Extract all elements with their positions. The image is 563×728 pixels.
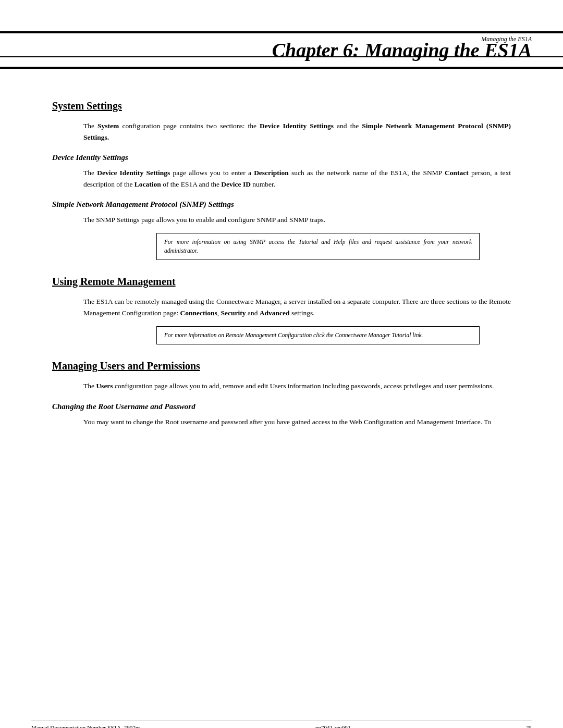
snmp-body: The SNMP Settings page allows you to ena…: [52, 214, 511, 226]
remote-management-body: The ES1A can be remotely managed using t…: [52, 296, 511, 318]
subsection-snmp-settings: Simple Network Management Protocol (SNMP…: [52, 200, 511, 260]
subsection-device-identity: Device Identity Settings The Device Iden…: [52, 153, 511, 190]
running-title: Managing the ES1A: [481, 35, 532, 43]
subsection-heading-snmp: Simple Network Management Protocol (SNMP…: [52, 200, 511, 209]
section-heading-users-permissions: Managing Users and Permissions: [52, 360, 511, 372]
section-system-settings: System Settings The System configuration…: [52, 100, 511, 260]
section-users-permissions: Managing Users and Permissions The Users…: [52, 360, 511, 427]
subsection-root-username: Changing the Root Username and Password …: [52, 402, 511, 428]
footer: Manual Documentation Number ES1A -2907m …: [31, 721, 532, 728]
snmp-note-box: For more information on using SNMP acces…: [156, 233, 480, 261]
page: Managing the ES1A Chapter 6: Managing th…: [0, 31, 563, 728]
section-heading-system-settings: System Settings: [52, 100, 511, 112]
footer-left: Manual Documentation Number ES1A -2907m: [31, 724, 140, 728]
snmp-note-text: For more information on using SNMP acces…: [164, 239, 472, 254]
system-settings-intro: The System configuration page contains t…: [52, 120, 511, 143]
device-identity-body: The Device Identity Settings page allows…: [52, 167, 511, 190]
footer-page-number: 25: [526, 724, 532, 728]
footer-center: pn7041-rev002: [315, 724, 350, 728]
section-heading-remote-management: Using Remote Management: [52, 276, 511, 288]
root-username-body: You may want to change the Root username…: [52, 416, 511, 428]
users-permissions-body: The Users configuration page allows you …: [52, 380, 511, 392]
subsection-heading-root-username: Changing the Root Username and Password: [52, 402, 511, 411]
footer-main-row: Manual Documentation Number ES1A -2907m …: [31, 724, 532, 728]
remote-management-note-text: For more information on Remote Managemen…: [164, 332, 423, 338]
section-remote-management: Using Remote Management The ES1A can be …: [52, 276, 511, 344]
remote-management-note-box: For more information on Remote Managemen…: [156, 326, 480, 344]
subsection-heading-device-identity: Device Identity Settings: [52, 153, 511, 162]
main-content: System Settings The System configuration…: [0, 69, 563, 475]
header-bar: Managing the ES1A: [0, 31, 563, 57]
